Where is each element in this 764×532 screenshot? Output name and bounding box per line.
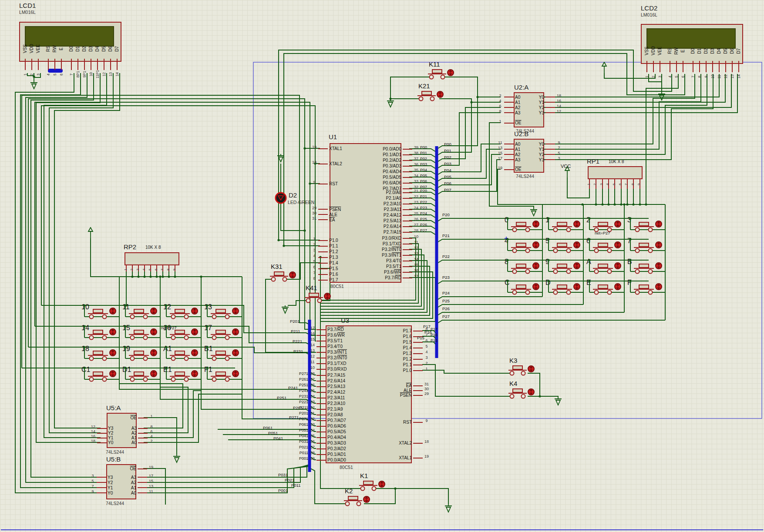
vcc-arrow-icon [87,227,94,238]
key-button[interactable]: E [583,278,624,298]
lcd-pin: D7 14 [114,39,120,79]
lcd-pin: D3 10 [709,41,716,81]
u1-p1-pins: 1P1.02P1.13P1.24P1.35P1.46P1.57P1.68P1.7 [310,238,338,283]
schematic-canvas: LCD1 LM016L VSS 1 VDD 2 VEE 3 RS 4 RW 5 … [0,0,764,532]
u1-xtal2: 18XTAL2 [310,161,342,167]
rp2-pin-numbers: 123456789 [124,266,178,273]
net-label: P07 [444,187,451,192]
lcd-pin: RS 4 [45,39,51,79]
rp1-value: 10K X 8 [609,159,624,164]
u1-p2-pins: P2.0/A821P20P2.1/A922P21P2.2/A1023P22P2.… [358,190,433,235]
keypad-right: 0 1 2 [501,215,665,298]
net-label: P17 [423,324,431,329]
key-button[interactable]: B [624,257,665,278]
key-button[interactable]: 10 [78,302,119,323]
keypad-left: 10 11 12 [78,302,242,385]
key-button[interactable]: 6 [583,236,624,257]
key-button[interactable]: 19 [119,344,160,365]
lcd-pin: VSS 1 [22,39,28,79]
net-label: P22 [442,254,450,259]
key-button[interactable]: B1 [201,344,242,365]
u3-xtal1: XTAL119 [370,455,431,461]
key-button[interactable]: D [542,278,583,298]
key-button[interactable]: E1 [160,365,201,385]
led-d2-icon[interactable] [274,191,289,206]
u1-p3-pins: P3.0/RXD10P3.1/TXD11P3.2/INT012P3.3/INT1… [358,235,433,281]
rp2-body[interactable] [125,252,179,265]
key-button[interactable]: 13 [201,302,242,323]
u3-p1-pins: P1.78P17P1.67P16P1.56P15P1.45P1.34P1.23P… [370,328,444,373]
key-button[interactable]: 0 [501,215,542,236]
net-label: P031 [278,472,288,477]
net-label: net=P27 [595,231,610,235]
lcd-pin: D6 13 [729,41,735,81]
rp2-value: 10K X 8 [145,245,161,250]
net-label: P00 [444,142,451,147]
u2b-a-pins: 11A013A115A217A3 [496,141,520,162]
net-label: P261 [293,405,303,410]
key-button[interactable]: 17 [201,323,242,344]
key-button[interactable]: 11 [119,302,160,323]
u2a-a-pins: 2A04A16A28A3 [496,94,520,115]
lcd-pin: VDD 2 [28,39,35,79]
net-label: P27 [442,314,450,319]
net-label: P23 [442,275,450,280]
lcd-pin: D6 13 [107,39,114,79]
u2a-y-pins: Y018Y116Y214Y312 [528,94,563,115]
lcd-pin: VDD 2 [650,41,656,81]
net-label: P271 [289,415,299,420]
rp1-body[interactable] [588,166,643,179]
key-button[interactable]: F1 [201,365,242,385]
ground-icon [658,92,666,102]
lcd-pin: D3 10 [88,39,94,79]
u1-ref: U1 [329,133,337,141]
lcd-pin: D4 11P1 [94,39,101,79]
key-button[interactable]: 1 [542,215,583,236]
net-label: P201 [290,319,300,324]
u2b-part: 74LS244 [516,174,534,179]
button-k21[interactable]: K21 [417,82,456,104]
key-button[interactable]: 14 [78,323,119,344]
key-button[interactable]: 15 [119,323,160,344]
ground-icon [444,504,452,514]
key-button[interactable]: C [501,278,542,298]
u5a-a-pins: A38A26A14A02 [119,426,155,445]
key-button[interactable]: 8 [501,257,542,278]
button-k4[interactable]: K4 [508,380,547,402]
lcd-pin: RW 5 [51,39,58,79]
lcd-pin: RS 4 [666,41,673,81]
button-k31[interactable]: K31 [270,263,308,284]
lcd1-part: LM016L [19,10,36,15]
button-k2[interactable]: K2 [344,487,382,509]
key-button[interactable]: A [583,257,624,278]
key-button[interactable]: 18 [78,344,119,365]
key-button[interactable]: 12 [160,302,201,323]
d2-ref: D2 [289,191,297,199]
lcd-pin: VEE 3 [656,41,663,81]
u3-part: 80C51 [340,465,353,470]
net-label: P01 [444,148,451,153]
u2a-oe: 1OE [496,120,521,126]
key-button[interactable]: 4 [501,236,542,257]
button-k3[interactable]: K3 [508,357,547,378]
net-label: P26 [442,306,450,311]
key-button[interactable]: 7 [624,236,665,257]
net-label: P15 [417,335,424,340]
vcc-label: VCC [561,164,571,169]
ground-icon [277,154,285,164]
key-button[interactable]: 3 [624,215,665,236]
button-k11[interactable]: K11 [428,60,466,82]
key-button[interactable]: 5 [542,236,583,257]
key-button[interactable]: A1 [160,344,201,365]
net-label: P25 [442,298,450,303]
key-button[interactable]: 9 [542,257,583,278]
u2b-ref: U2:B [514,130,528,137]
button-k41[interactable]: K41 [305,284,343,306]
u5a-ref: U5:A [106,404,121,412]
key-button[interactable]: C1 [78,365,119,385]
rp1-pin-numbers: 123456789 [587,181,643,188]
key-button[interactable]: D1 [119,365,160,385]
lcd-pin: VSS 1 [643,41,650,81]
rp1-ref: RP1 [587,157,599,165]
key-button[interactable]: F [624,278,665,298]
